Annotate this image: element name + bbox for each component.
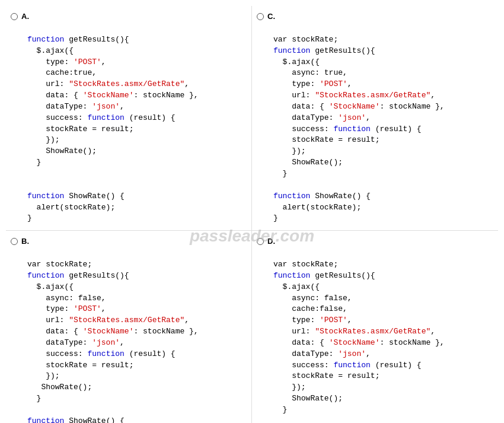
code-b: var stockRate; function getResults(){ $.… (27, 248, 245, 423)
quiz-page: passleader.com A. function getResults(){… (0, 0, 504, 423)
code-d: var stockRate; function getResults(){ $.… (273, 248, 492, 423)
radio-d[interactable] (257, 238, 264, 245)
option-a: A. function getResults(){ $.ajax({ type:… (6, 6, 252, 231)
option-c: C. var stockRate; function getResults(){… (252, 6, 498, 231)
code-c: var stockRate; function getResults(){ $.… (273, 23, 492, 224)
radio-b[interactable] (11, 238, 18, 245)
radio-a[interactable] (11, 13, 18, 20)
label-b: B. (21, 237, 29, 246)
label-a: A. (21, 12, 29, 21)
radio-c[interactable] (257, 13, 264, 20)
code-a: function getResults(){ $.ajax({ type: 'P… (27, 23, 245, 224)
label-c: C. (267, 12, 275, 21)
label-d: D. (267, 237, 275, 246)
option-d: D. var stockRate; function getResults(){… (252, 231, 498, 423)
option-b: B. var stockRate; function getResults(){… (6, 231, 252, 423)
